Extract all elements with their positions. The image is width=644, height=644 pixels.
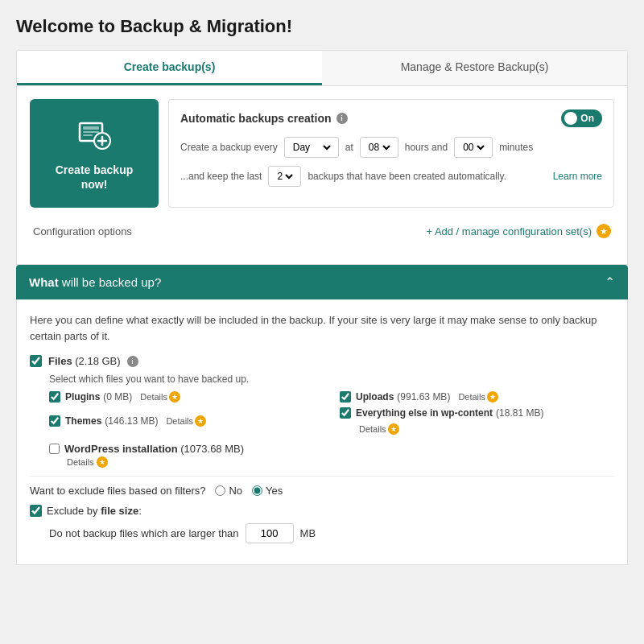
plugins-details-icon: ★: [169, 391, 180, 402]
exclude-filters-row: Want to exclude files based on filters? …: [30, 485, 614, 497]
size-input[interactable]: [246, 523, 294, 543]
wp-install-details-icon: ★: [97, 456, 108, 468]
auto-backup-toggle[interactable]: On: [561, 109, 602, 127]
minutes-label: minutes: [499, 142, 533, 153]
add-config-icon: ★: [597, 224, 611, 238]
plugins-details-text: Details: [140, 392, 167, 402]
svg-rect-2: [83, 131, 99, 133]
auto-backup-title: Automatic backups creation i: [180, 112, 348, 125]
uploads-name: Uploads: [356, 391, 394, 402]
main-content: Create backup now! Automatic backups cre…: [16, 86, 628, 265]
wp-install-row: WordPress installation (1073.68 MB) Deta…: [49, 443, 614, 468]
keep-select-input[interactable]: 2 3 5: [274, 170, 295, 183]
hours-select-input[interactable]: 08: [365, 141, 393, 154]
exclude-yes-radio[interactable]: [252, 485, 262, 496]
auto-backup-info-icon[interactable]: i: [336, 113, 348, 124]
plugins-name: Plugins: [65, 391, 100, 402]
wp-install-checkbox[interactable]: [49, 444, 60, 454]
themes-details[interactable]: Details ★: [166, 415, 206, 427]
tab-manage-restore[interactable]: Manage & Restore Backup(s): [322, 51, 627, 85]
exclude-by-bold: file size: [101, 505, 138, 517]
files-size: (2.18 GB): [75, 355, 120, 367]
uploads-label: Uploads (991.63 MB): [356, 391, 450, 402]
top-panel: Create backup now! Automatic backups cre…: [30, 99, 614, 208]
size-input-row: Do not backup files which are larger tha…: [49, 523, 614, 543]
keep-row: ...and keep the last 2 3 5 backups that …: [180, 166, 602, 187]
auto-backup-header: Automatic backups creation i On: [180, 109, 602, 127]
auto-backup-title-text: Automatic backups creation: [180, 112, 332, 125]
minutes-select-input[interactable]: 00: [460, 141, 487, 154]
size-unit: MB: [300, 527, 316, 539]
files-info-icon[interactable]: i: [127, 356, 138, 367]
files-checkbox[interactable]: [30, 355, 42, 367]
exclude-size-label: Exclude by file size:: [47, 505, 142, 517]
exclude-no-option[interactable]: No: [215, 485, 242, 497]
wp-install-label-text: WordPress installation: [64, 443, 178, 455]
section-description: Here you can define what exactly will be…: [30, 312, 614, 344]
page-title: Welcome to Backup & Migration!: [16, 16, 628, 37]
files-grid: Plugins (0 MB) Details ★ Uploads (991.63…: [49, 391, 614, 435]
exclude-no-label: No: [229, 485, 242, 497]
exclude-by-label: Exclude by: [47, 505, 98, 517]
themes-name: Themes: [65, 415, 101, 427]
exclude-size-title: Exclude by file size:: [30, 505, 614, 517]
frequency-select[interactable]: Day Week Month: [284, 137, 339, 158]
wp-install-details[interactable]: Details ★: [67, 456, 614, 468]
collapse-icon[interactable]: ⌃: [605, 275, 615, 290]
plugins-size: (0 MB): [103, 391, 132, 402]
everything-else-size: (18.81 MB): [496, 407, 543, 419]
minutes-select[interactable]: 00: [454, 137, 493, 158]
themes-details-icon: ★: [195, 415, 206, 427]
exclude-yes-option[interactable]: Yes: [252, 485, 283, 497]
add-config-button[interactable]: + Add / manage configuration set(s) ★: [426, 224, 611, 238]
uploads-details-icon: ★: [487, 391, 498, 402]
keep-suffix: backups that have been created automatic…: [308, 171, 506, 182]
toggle-circle: [564, 112, 577, 125]
everything-else-name: Everything else in wp-content: [356, 407, 493, 419]
files-sub-label: Select which files you want to have back…: [49, 374, 614, 385]
everything-else-checkbox[interactable]: [340, 407, 351, 419]
everything-else-label: Everything else in wp-content (18.81 MB): [356, 407, 543, 419]
exclude-size-row: Exclude by file size: Do not backup file…: [30, 505, 614, 543]
create-backup-now-button[interactable]: Create backup now!: [30, 99, 159, 208]
plugins-checkbox[interactable]: [49, 391, 60, 402]
themes-item: Themes (146.13 MB) Details ★: [49, 407, 324, 435]
plugins-item: Plugins (0 MB) Details ★: [49, 391, 324, 402]
section-header: What will be backed up? ⌃: [16, 265, 628, 299]
schedule-row: Create a backup every Day Week Month at …: [180, 137, 602, 158]
auto-backup-panel: Automatic backups creation i On Create a…: [168, 99, 614, 208]
wp-install-label: WordPress installation (1073.68 MB): [64, 443, 244, 455]
hours-label: hours and: [405, 142, 448, 153]
wp-install-size: (1073.68 MB): [180, 443, 244, 455]
config-row: Configuration options + Add / manage con…: [30, 217, 614, 245]
plugins-label: Plugins (0 MB): [65, 391, 132, 402]
uploads-details[interactable]: Details ★: [458, 391, 498, 402]
exclude-no-radio[interactable]: [215, 485, 225, 496]
at-label: at: [345, 142, 353, 153]
frequency-select-input[interactable]: Day Week Month: [290, 141, 333, 154]
everything-else-details[interactable]: Details ★: [359, 423, 399, 435]
exclude-size-checkbox[interactable]: [30, 505, 42, 517]
files-label-text: Files: [48, 355, 72, 367]
themes-size: (146.13 MB): [105, 415, 158, 427]
keep-select[interactable]: 2 3 5: [268, 166, 301, 187]
everything-else-details-text: Details: [359, 424, 386, 434]
backup-icon: [75, 115, 114, 156]
toggle-label: On: [580, 113, 594, 124]
divider: [30, 476, 614, 477]
learn-more-link[interactable]: Learn more: [553, 171, 602, 182]
hours-select[interactable]: 08: [360, 137, 398, 158]
exclude-yes-label: Yes: [266, 485, 283, 497]
config-label: Configuration options: [33, 225, 132, 237]
create-backup-label: Create backup now!: [56, 163, 133, 192]
keep-label: ...and keep the last: [180, 171, 262, 182]
uploads-checkbox[interactable]: [340, 391, 351, 402]
section-title-rest: will be backed up?: [59, 275, 162, 289]
exclude-question: Want to exclude files based on filters?: [30, 485, 205, 497]
themes-checkbox[interactable]: [49, 415, 60, 427]
plugins-details[interactable]: Details ★: [140, 391, 180, 402]
themes-label: Themes (146.13 MB): [65, 415, 158, 427]
section-body: Here you can define what exactly will be…: [16, 299, 628, 565]
tab-create-backups[interactable]: Create backup(s): [17, 51, 322, 85]
svg-rect-3: [83, 134, 93, 136]
